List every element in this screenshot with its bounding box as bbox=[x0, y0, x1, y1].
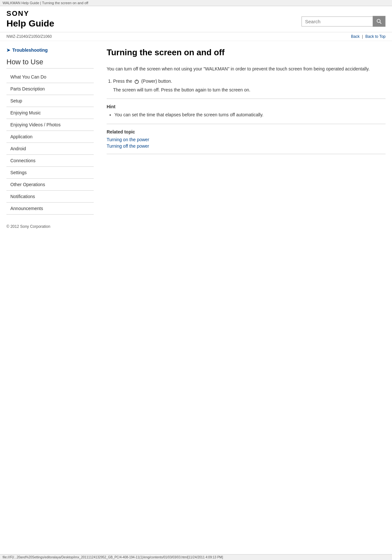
divider-related bbox=[107, 124, 386, 124]
sidebar: ➤ Troubleshooting How to Use What You Ca… bbox=[6, 48, 100, 215]
device-model: NWZ-Z1040/Z1050/Z1060 bbox=[6, 34, 52, 39]
related-link-turning-on-power[interactable]: Turning on the power bbox=[107, 137, 149, 142]
divider-hint bbox=[107, 99, 386, 99]
how-to-use-heading: How to Use bbox=[6, 58, 94, 69]
step1-text: Press the bbox=[113, 79, 132, 84]
chevron-right-icon: ➤ bbox=[6, 48, 10, 53]
sidebar-item-other-operations[interactable]: Other Operations bbox=[6, 179, 94, 191]
hint-label: Hint bbox=[107, 104, 386, 109]
related-link-item-1: Turning off the power bbox=[107, 143, 386, 149]
step1-sub: The screen will turn off. Press the butt… bbox=[113, 86, 386, 93]
nav-separator: | bbox=[362, 34, 363, 39]
sidebar-item-parts-description[interactable]: Parts Description bbox=[6, 83, 94, 95]
sidebar-item-connections[interactable]: Connections bbox=[6, 155, 94, 167]
svg-line-1 bbox=[380, 22, 381, 24]
related-link-turning-off-power[interactable]: Turning off the power bbox=[107, 143, 149, 149]
back-to-top-link[interactable]: Back to Top bbox=[366, 34, 386, 39]
step-1: Press the (Power) button. The screen wil… bbox=[113, 78, 386, 93]
sidebar-item-settings[interactable]: Settings bbox=[6, 167, 94, 179]
sidebar-item-what-you-can-do[interactable]: What You Can Do bbox=[6, 71, 94, 83]
power-icon bbox=[134, 79, 139, 84]
search-icon bbox=[376, 18, 382, 24]
page-title: Turning the screen on and off bbox=[107, 48, 386, 60]
hint-item: You can set the time that elapses before… bbox=[114, 111, 386, 118]
steps-list: Press the (Power) button. The screen wil… bbox=[113, 78, 386, 93]
nav-bar: NWZ-Z1040/Z1050/Z1060 Back | Back to Top bbox=[0, 32, 392, 41]
page-header: SONY Help Guide bbox=[0, 6, 392, 32]
hint-section: Hint You can set the time that elapses b… bbox=[107, 104, 386, 118]
header-search-area bbox=[302, 16, 386, 27]
related-topic-label: Related topic bbox=[107, 129, 386, 134]
sony-logo: SONY bbox=[6, 9, 54, 18]
browser-title: WALKMAN Help Guide | Turning the screen … bbox=[0, 0, 392, 6]
related-link-item-0: Turning on the power bbox=[107, 137, 386, 142]
sidebar-item-notifications[interactable]: Notifications bbox=[6, 191, 94, 203]
sidebar-item-setup[interactable]: Setup bbox=[6, 95, 94, 107]
troubleshooting-link[interactable]: ➤ Troubleshooting bbox=[6, 48, 94, 53]
hint-list: You can set the time that elapses before… bbox=[114, 111, 386, 118]
footer: © 2012 Sony Corporation bbox=[0, 218, 392, 231]
header-logo-area: SONY Help Guide bbox=[6, 9, 54, 29]
search-button[interactable] bbox=[373, 16, 386, 27]
troubleshooting-label: Troubleshooting bbox=[12, 48, 48, 53]
intro-text: You can turn off the screen when not usi… bbox=[107, 65, 386, 72]
copyright-text: © 2012 Sony Corporation bbox=[6, 224, 50, 229]
sidebar-item-enjoying-music[interactable]: Enjoying Music bbox=[6, 107, 94, 119]
step1-icon-label: (Power) button. bbox=[141, 79, 172, 84]
divider-bottom bbox=[107, 154, 386, 154]
sidebar-item-announcements[interactable]: Announcements bbox=[6, 203, 94, 215]
help-guide-title: Help Guide bbox=[6, 18, 54, 29]
content-area: Turning the screen on and off You can tu… bbox=[100, 48, 386, 215]
back-link[interactable]: Back bbox=[351, 34, 360, 39]
search-input[interactable] bbox=[302, 16, 373, 26]
sidebar-item-enjoying-videos-photos[interactable]: Enjoying Videos / Photos bbox=[6, 119, 94, 131]
sidebar-item-android[interactable]: Android bbox=[6, 143, 94, 155]
related-links: Turning on the power Turning off the pow… bbox=[107, 137, 386, 149]
main-container: ➤ Troubleshooting How to Use What You Ca… bbox=[0, 41, 392, 218]
nav-links: Back | Back to Top bbox=[351, 34, 386, 39]
sidebar-item-application[interactable]: Application bbox=[6, 131, 94, 143]
